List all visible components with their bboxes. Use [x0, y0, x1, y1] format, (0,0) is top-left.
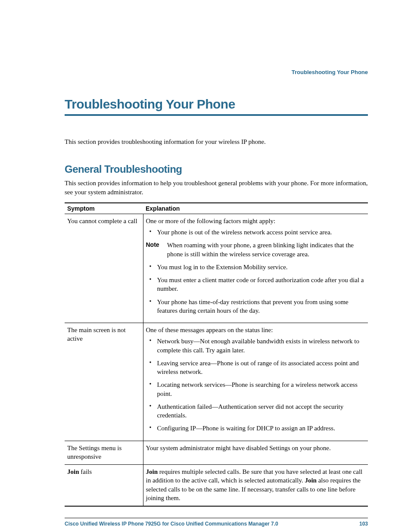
table-row: Join fails Join requires multiple select…	[65, 465, 368, 507]
note-text: When roaming with your phone, a green bl…	[167, 241, 365, 258]
list-item: Network busy—Not enough available bandwi…	[146, 337, 366, 355]
col-symptom: Symptom	[65, 203, 143, 214]
explanation-bold: Join	[146, 468, 158, 475]
footer-page-number: 103	[359, 521, 368, 527]
explanation-cell: One or more of the following factors mig…	[143, 214, 368, 323]
bullet-list: Network busy—Not enough available bandwi…	[146, 337, 366, 432]
explanation-cell: Join requires multiple selected calls. B…	[143, 465, 368, 507]
bullet-list: You must log in to the Extension Mobilit…	[146, 263, 366, 315]
list-item: Your phone is out of the wireless networ…	[146, 228, 366, 236]
chapter-intro: This section provides troubleshooting in…	[65, 137, 368, 146]
note-block: Note When roaming with your phone, a gre…	[146, 241, 366, 258]
troubleshooting-table: Symptom Explanation You cannot complete …	[65, 202, 368, 507]
title-rule	[65, 114, 368, 116]
footer-doc-title: Cisco Unified Wireless IP Phone 7925G fo…	[65, 521, 278, 527]
list-item: Your phone has time-of-day restrictions …	[146, 298, 366, 315]
explanation-intro: One of these messages appears on the sta…	[146, 326, 366, 334]
page-footer: Cisco Unified Wireless IP Phone 7925G fo…	[65, 518, 368, 527]
table-row: The Settings menu is unresponsive Your s…	[65, 441, 368, 465]
symptom-cell: The main screen is not active	[65, 323, 143, 441]
table-row: You cannot complete a call One or more o…	[65, 214, 368, 323]
table-header-row: Symptom Explanation	[65, 203, 368, 214]
running-header: Troubleshooting Your Phone	[65, 69, 368, 75]
list-item: You must enter a client matter code or f…	[146, 276, 366, 293]
page: Troubleshooting Your Phone Troubleshooti…	[0, 0, 411, 532]
explanation-cell: One of these messages appears on the sta…	[143, 323, 368, 441]
symptom-cell: The Settings menu is unresponsive	[65, 441, 143, 465]
list-item: Authentication failed—Authentication ser…	[146, 402, 366, 420]
symptom-cell: You cannot complete a call	[65, 214, 143, 323]
list-item: Configuring IP—Phone is waiting for DHCP…	[146, 424, 366, 432]
explanation-bold: Join	[305, 477, 317, 484]
note-label: Note	[146, 241, 159, 258]
list-item: Leaving service area—Phone is out of ran…	[146, 359, 366, 376]
section-title: General Troubleshooting	[65, 163, 368, 175]
chapter-title: Troubleshooting Your Phone	[65, 97, 368, 112]
table-row: The main screen is not active One of the…	[65, 323, 368, 441]
list-item: You must log in to the Extension Mobilit…	[146, 263, 366, 271]
symptom-cell: Join fails	[65, 465, 143, 507]
col-explanation: Explanation	[143, 203, 368, 214]
list-item: Locating network services—Phone is searc…	[146, 380, 366, 398]
symptom-tail: fails	[79, 468, 92, 475]
section-intro: This section provides information to hel…	[65, 179, 368, 196]
symptom-bold: Join	[67, 468, 79, 475]
explanation-cell: Your system administrator might have dis…	[143, 441, 368, 465]
bullet-list: Your phone is out of the wireless networ…	[146, 228, 366, 236]
explanation-intro: One or more of the following factors mig…	[146, 217, 366, 225]
